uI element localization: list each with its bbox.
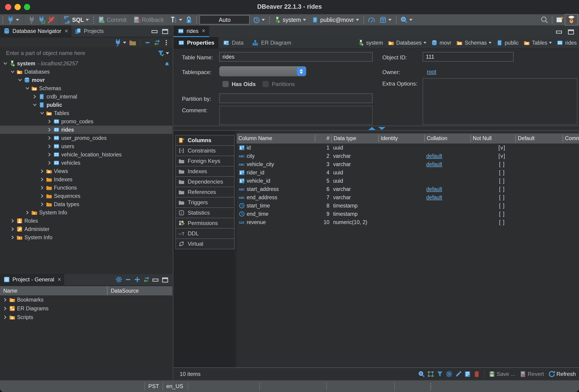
lock-icon[interactable] [184,15,194,25]
subtab-properties[interactable]: Properties [174,37,218,49]
revert-button[interactable]: Revert [528,371,544,377]
tree-item-system_info[interactable]: System Info [0,208,172,217]
chevron-expanded-icon[interactable] [39,110,46,117]
comment-box[interactable] [219,106,373,125]
grid-row-start_time[interactable]: start_time 8 timestamp [ ] [236,202,579,210]
horizontal-sash[interactable] [174,126,579,131]
tree-item-crdb_internal[interactable]: crdb_internal [0,93,172,101]
new-connection-dropdown-caret[interactable] [16,19,19,21]
compile-caret[interactable] [388,19,392,21]
search-metadata-icon[interactable] [399,15,409,25]
grid-header-data-type[interactable]: Data type [331,135,378,142]
extra-options-box[interactable] [423,78,578,125]
toolbar-drag-handle[interactable] [93,16,94,23]
active-schema-label[interactable]: public@movr [320,17,354,23]
collation-link[interactable]: default [426,194,442,201]
column-header-name[interactable]: Name [0,286,107,295]
breadcrumb-public[interactable]: public [496,39,519,46]
collation-link[interactable]: default [426,186,442,192]
detail-tab-ddl[interactable]: <>TDDL [175,228,234,239]
tree-item-user_promo_codes[interactable]: user_promo_codes [0,134,172,142]
detail-tab-constraints[interactable]: Constraints [175,145,234,156]
chevron-expanded-icon[interactable] [17,77,23,84]
partition-by-input[interactable] [219,93,373,103]
connect-icon[interactable] [27,15,37,25]
project-item-er_diagrams[interactable]: ER Diagrams [0,304,172,313]
new-folder-icon[interactable] [128,38,137,47]
grid-search-icon[interactable] [417,369,426,379]
object-filter-input[interactable] [0,50,156,56]
active-schema-caret[interactable] [356,19,359,21]
chevron-collapsed-icon[interactable] [9,217,16,224]
sql-editor-icon[interactable] [62,15,72,25]
editor-tab-rides[interactable]: rides × [174,26,209,37]
grid-header-column-name[interactable]: Column Name [236,135,315,142]
chevron-collapsed-icon[interactable] [39,184,46,191]
commit-button[interactable]: Commit [107,17,127,23]
tree-item-roles[interactable]: Roles [0,217,172,225]
combo-stepper-icon[interactable] [297,67,306,76]
chevron-collapsed-icon[interactable] [46,143,53,150]
link-with-editor-icon[interactable] [152,38,162,47]
active-connection-label[interactable]: system [283,17,301,23]
close-tab-icon[interactable]: × [65,28,68,35]
grid-row-vehicle_city[interactable]: ABCvehicle_city 3 varchar default [ ] [236,160,579,168]
delete-icon[interactable] [472,369,481,379]
transaction-dropdown-caret[interactable] [179,19,182,21]
tab-projects[interactable]: Projects [72,25,107,37]
tab-database-navigator[interactable]: Database Navigator × [0,25,72,37]
grid-header-collation[interactable]: Collation [425,135,471,142]
breadcrumb-schemas[interactable]: Schemas [456,39,492,46]
grid-settings-icon[interactable] [444,369,454,379]
collapse-all-icon[interactable] [123,275,133,284]
chevron-expanded-icon[interactable] [9,68,16,75]
settings-gear-icon[interactable] [114,275,123,284]
subtab-data[interactable]: <>Data [218,37,248,49]
chevron-collapsed-icon[interactable] [46,118,53,125]
chevron-collapsed-icon[interactable] [39,201,46,208]
open-perspective-icon[interactable] [555,15,565,25]
tree-item-movr[interactable]: movr [0,76,172,84]
refresh-button[interactable]: Refresh [556,371,576,377]
save-button[interactable]: Save ... [497,371,515,377]
transaction-log-caret[interactable] [262,19,265,21]
chevron-collapsed-icon[interactable] [31,93,38,100]
toolbar-drag-handle[interactable] [2,16,3,23]
disconnect-icon[interactable] [46,15,56,25]
sql-editor-label[interactable]: SQL [72,17,84,23]
tree-item-vehicles[interactable]: vehicles [0,159,172,167]
chevron-collapsed-icon[interactable] [2,296,9,303]
detail-tab-statistics[interactable]: iStatistics [175,208,234,218]
project-item-bookmarks[interactable]: Bookmarks [0,295,172,304]
toolbar-drag-handle[interactable] [196,16,197,23]
tree-item-functions[interactable]: Functions [0,184,172,192]
detail-tab-triggers[interactable]: Triggers [175,197,234,208]
chevron-collapsed-icon[interactable] [2,314,9,321]
grid-row-id[interactable]: id 1 uuid [v] [236,144,579,152]
subtab-er-diagram[interactable]: ER Diagram [248,37,295,49]
active-connection-caret[interactable] [303,19,306,21]
grid-header-not-null[interactable]: Not Null [471,135,516,142]
breadcrumb-caret-icon[interactable] [549,42,552,44]
toolbar-drag-handle[interactable] [396,16,397,23]
chevron-collapsed-icon[interactable] [39,176,46,183]
chevron-collapsed-icon[interactable] [46,151,53,158]
tree-item-sequences[interactable]: Sequences [0,192,172,200]
minimize-view-icon[interactable] [152,279,158,281]
transaction-log-icon[interactable] [251,15,261,25]
breadcrumb-tables[interactable]: Tables [523,39,552,46]
transaction-mode-icon[interactable] [169,15,178,25]
detail-tab-permissions[interactable]: Permissions [175,218,234,228]
tree-item-databases[interactable]: Databases [0,68,172,76]
compile-icon[interactable] [378,15,388,25]
new-connection-icon[interactable] [6,15,15,25]
project-item-scripts[interactable]: Scripts [0,313,172,322]
link-with-editor-icon[interactable] [142,275,151,284]
detail-tab-dependencies[interactable]: Dependencies [175,176,234,187]
grid-header--[interactable]: # [315,135,331,142]
chevron-expanded-icon[interactable] [31,102,38,108]
grid-row-vehicle_id[interactable]: vehicle_id 5 uuid [ ] [236,177,579,185]
collapse-all-icon[interactable] [143,38,152,47]
chevron-collapsed-icon[interactable] [39,193,46,199]
close-tab-icon[interactable]: × [202,27,206,35]
